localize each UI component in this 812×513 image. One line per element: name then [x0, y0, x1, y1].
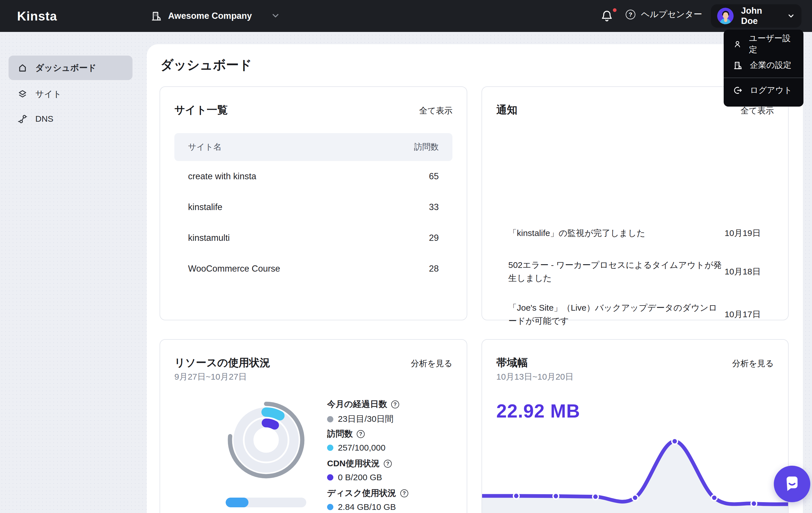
- site-visits: 28: [429, 264, 439, 274]
- menu-item-user-settings[interactable]: ユーザー設定: [724, 34, 804, 55]
- avatar: [717, 8, 734, 24]
- help-icon[interactable]: ?: [391, 400, 399, 408]
- help-center-button[interactable]: ? ヘルプセンター: [626, 8, 702, 20]
- site-visits: 29: [429, 233, 439, 243]
- sites-show-all-link[interactable]: 全て表示: [419, 105, 453, 117]
- sidebar-item-sites[interactable]: サイト: [8, 82, 133, 106]
- notification-text: 「Joe's Site」（Live）バックアップデータのダウンロードが可能です: [508, 301, 725, 327]
- bandwidth-line-chart: [482, 428, 788, 513]
- person-icon: [733, 39, 742, 49]
- sidebar-item-dns[interactable]: DNS: [8, 107, 133, 131]
- sites-table-header: サイト名 訪問数: [174, 133, 453, 161]
- help-icon[interactable]: ?: [384, 460, 392, 468]
- notification-date: 10月19日: [725, 227, 761, 239]
- sidebar-item-dashboard[interactable]: ダッシュボード: [8, 56, 133, 80]
- disk-usage-bar: [226, 497, 306, 507]
- notification-text: 「kinstalife」の監視が完了しました: [508, 227, 645, 240]
- legend-dot: [327, 416, 334, 422]
- resource-date-range: 9月27日~10月27日: [174, 371, 247, 383]
- legend-label: CDN使用状況: [327, 458, 380, 469]
- list-item[interactable]: 502エラー - ワーカープロセスによるタイムアウトが発生しました 10月18日: [508, 250, 761, 293]
- sidebar-item-label: DNS: [35, 114, 53, 124]
- question-circle-icon: ?: [626, 10, 635, 19]
- table-row[interactable]: WooCommerce Course 28: [174, 253, 453, 284]
- home-icon: [18, 63, 27, 73]
- help-center-label: ヘルプセンター: [641, 8, 702, 20]
- sites-card-title: サイト一覧: [174, 103, 228, 117]
- chevron-down-icon: [787, 12, 795, 20]
- legend-dot: [327, 474, 334, 481]
- menu-item-logout[interactable]: ログアウト: [724, 80, 804, 101]
- chevron-down-icon: [271, 11, 280, 21]
- company-selector[interactable]: Awesome Company: [151, 7, 252, 25]
- list-item[interactable]: 「kinstalife」の監視が完了しました 10月19日: [508, 216, 761, 250]
- page-title: ダッシュボード: [161, 56, 252, 74]
- logout-icon: [733, 86, 743, 95]
- sidebar-item-label: ダッシュボード: [35, 62, 96, 74]
- kinsta-logo: Kinsta: [17, 9, 57, 23]
- bandwidth-title: 帯域幅: [496, 356, 528, 370]
- chat-launcher-button[interactable]: [774, 466, 810, 502]
- usage-legend: 今月の経過日数? 23日目/30日間 訪問数? 257/100,000 CDN使…: [327, 398, 408, 513]
- legend-item-disk: ディスク使用状況? 2.84 GB/10 GB: [327, 487, 408, 513]
- menu-item-company-settings[interactable]: 企業の設定: [724, 55, 804, 76]
- list-item[interactable]: 「Joe's Site」（Live）バックアップデータのダウンロードが可能です …: [508, 293, 761, 336]
- unread-notification-dot: [612, 7, 617, 13]
- table-row[interactable]: create with kinsta 65: [174, 161, 453, 192]
- resource-usage-card: リソースの使用状況 分析を見る 9月27日~10月27日 今月の経過日数? 23…: [160, 339, 467, 513]
- legend-label: ディスク使用状況: [327, 487, 396, 499]
- column-site-name: サイト名: [188, 141, 222, 153]
- usage-donut-chart: [209, 383, 323, 497]
- bandwidth-analytics-link[interactable]: 分析を見る: [732, 358, 774, 369]
- site-name: WooCommerce Course: [188, 264, 280, 274]
- site-visits: 33: [429, 202, 439, 212]
- disk-usage-fill: [226, 497, 249, 507]
- menu-item-label: ログアウト: [750, 85, 792, 96]
- kinsta-dashboard: Kinsta Awesome Company ? ヘルプセンター: [0, 0, 812, 513]
- bandwidth-date-range: 10月13日~10月20日: [496, 371, 574, 383]
- notifications-card-title: 通知: [496, 103, 517, 117]
- user-menu-button[interactable]: John Doe: [711, 4, 802, 28]
- sidebar-item-label: サイト: [35, 88, 62, 100]
- notifications-show-all-link[interactable]: 全て表示: [741, 105, 774, 117]
- site-name: kinstamulti: [188, 233, 230, 243]
- help-icon[interactable]: ?: [400, 489, 408, 497]
- resource-usage-title: リソースの使用状況: [174, 356, 270, 370]
- menu-divider: [724, 78, 804, 78]
- dns-nodes-icon: [18, 114, 27, 124]
- legend-label: 今月の経過日数: [327, 398, 387, 410]
- notifications-bell-button[interactable]: [601, 10, 613, 23]
- notifications-card: 通知 全て表示 「kinstalife」の監視が完了しました 10月19日 50…: [482, 86, 789, 320]
- notification-date: 10月18日: [725, 266, 761, 278]
- legend-dot: [327, 445, 334, 451]
- legend-label: 訪問数: [327, 428, 353, 440]
- user-dropdown-menu: ユーザー設定 企業の設定 ログアウト: [724, 30, 804, 107]
- legend-value: 257/100,000: [338, 443, 385, 453]
- sites-table: create with kinsta 65 kinstalife 33 kins…: [174, 161, 453, 284]
- notification-text: 502エラー - ワーカープロセスによるタイムアウトが発生しました: [508, 258, 725, 285]
- menu-item-label: ユーザー設定: [749, 33, 794, 56]
- top-bar: Kinsta Awesome Company ? ヘルプセンター: [0, 0, 812, 32]
- table-row[interactable]: kinstalife 33: [174, 192, 453, 223]
- column-visits: 訪問数: [414, 141, 439, 153]
- site-name: create with kinsta: [188, 171, 256, 181]
- site-visits: 65: [429, 171, 439, 181]
- company-name: Awesome Company: [168, 11, 252, 21]
- legend-value: 0 B/200 GB: [338, 473, 382, 482]
- table-row[interactable]: kinstamulti 29: [174, 223, 453, 253]
- legend-dot: [327, 504, 334, 510]
- sites-card: サイト一覧 全て表示 サイト名 訪問数 create with kinsta 6…: [160, 86, 467, 320]
- help-icon[interactable]: ?: [357, 430, 365, 438]
- user-name: John Doe: [741, 6, 780, 26]
- legend-item-days: 今月の経過日数? 23日目/30日間: [327, 398, 408, 428]
- site-name: kinstalife: [188, 202, 223, 212]
- resource-analytics-link[interactable]: 分析を見る: [411, 358, 453, 369]
- building-icon: [151, 10, 162, 21]
- legend-value: 23日目/30日間: [338, 413, 394, 425]
- legend-value: 2.84 GB/10 GB: [338, 502, 396, 512]
- notification-date: 10月17日: [725, 309, 761, 320]
- chat-bubble-icon: [783, 475, 802, 493]
- bandwidth-card: 帯域幅 分析を見る 10月13日~10月20日 22.92 MB: [482, 339, 789, 513]
- building-icon: [733, 61, 743, 70]
- bandwidth-total: 22.92 MB: [496, 400, 580, 422]
